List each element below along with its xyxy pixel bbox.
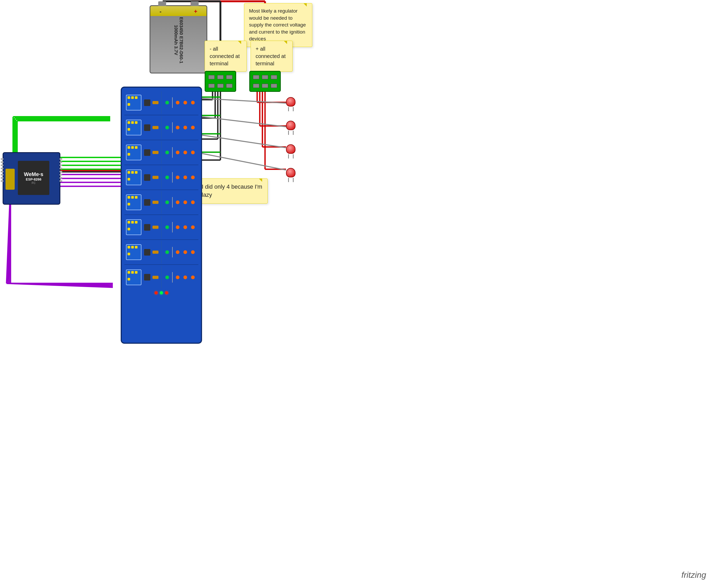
esp-model-label-2: ESP-8266: [24, 177, 43, 181]
relay-coil-pin: [135, 221, 138, 224]
svg-line-63: [202, 153, 286, 170]
relay-row-5: [124, 190, 198, 215]
esp-pin-right-4: [60, 168, 62, 169]
relay-coil-pin: [135, 171, 138, 174]
relay-right-7: [161, 241, 197, 264]
relay-coil-5: [126, 194, 142, 210]
relay-coil-8: [126, 270, 142, 285]
relay-coil-pin: [128, 146, 130, 149]
relay-led-green-1: [165, 101, 169, 104]
relay-left-2: [126, 120, 160, 135]
battery-body: - + E603450 E7B02-D60-1 1000mAh 3.7V: [150, 5, 207, 74]
relay-right-2: [161, 116, 197, 139]
relay-terminal-6a: [176, 225, 180, 229]
relay-transistor-4: [144, 174, 150, 181]
led-body-1: [286, 97, 295, 107]
svg-line-62: [202, 135, 286, 148]
power-led-green: [160, 291, 163, 294]
relay-row-7: [124, 240, 198, 265]
relay-coil-pin: [131, 196, 134, 198]
relay-terminal-1a: [176, 101, 180, 104]
battery-terminal-negative: [158, 1, 166, 6]
relay-coil-pin: [128, 196, 130, 198]
relay-transistor-7: [144, 249, 150, 256]
led-3: [286, 144, 295, 158]
relay-left-7: [126, 244, 160, 260]
relay-coil-pin: [135, 271, 138, 274]
terminal-pin: [217, 84, 224, 88]
esp-pin-right-6: [60, 174, 62, 175]
relay-coil-3: [126, 145, 142, 160]
svg-line-56: [8, 284, 113, 286]
esp-pin-left-3: [1, 165, 3, 166]
minus-terminal-note: - all connected at terminal: [205, 41, 247, 71]
terminal-pin: [253, 84, 259, 88]
terminal-pin: [271, 84, 277, 88]
relay-led-green-2: [165, 126, 169, 129]
relay-terminal-1c: [191, 101, 195, 104]
relay-terminal-6b: [184, 225, 187, 229]
led-1: [286, 97, 295, 110]
relay-coil-pin: [131, 146, 134, 149]
relay-left-1: [126, 95, 160, 110]
led-leg-2a: [288, 131, 289, 135]
relay-terminal-7a: [176, 250, 180, 254]
esp-pin-right-7: [60, 177, 62, 179]
esp-fc-label: FC: [24, 181, 43, 185]
relay-board: [121, 87, 202, 344]
relay-resistor-5: [152, 201, 159, 204]
relay-row-6: [124, 215, 198, 240]
esp8266-board: WeMe·s ESP-8266 FC: [3, 152, 60, 205]
relay-transistor-6: [144, 224, 150, 231]
esp-pin-right-5: [60, 171, 62, 172]
relay-led-green-8: [165, 275, 169, 279]
esp-pin-right-2: [60, 161, 62, 163]
led-leg-3a: [288, 154, 289, 159]
relay-terminal-2b: [184, 126, 187, 129]
led-legs-4: [286, 177, 295, 182]
relay-coil-2: [126, 120, 142, 135]
relay-led-green-5: [165, 201, 169, 204]
relay-resistor-8: [152, 276, 159, 279]
relay-terminal-4c: [191, 175, 195, 179]
led-4: [286, 168, 295, 181]
led-leg-2b: [293, 131, 294, 135]
terminal-pin: [208, 75, 215, 79]
led-leg-4b: [293, 178, 294, 182]
relay-terminal-3c: [191, 151, 195, 154]
relay-left-6: [126, 219, 160, 235]
relay-row-8: [124, 265, 198, 290]
relay-left-8: [126, 270, 160, 285]
relay-resistor-4: [152, 176, 159, 179]
fritzing-watermark: fritzing: [681, 569, 706, 580]
relay-terminal-3a: [176, 151, 180, 154]
relay-coil-1: [126, 95, 142, 110]
relay-left-5: [126, 194, 160, 210]
relay-resistor-6: [152, 226, 159, 229]
relay-coil-pin: [128, 246, 130, 249]
terminal-pin: [262, 75, 268, 79]
battery-terminal-positive: [191, 1, 198, 6]
relay-coil-pin: [128, 221, 130, 224]
relay-coil-pin: [128, 153, 130, 155]
esp-pin-left-4: [1, 168, 3, 169]
relay-right-6: [161, 216, 197, 238]
relay-right-5: [161, 191, 197, 214]
svg-line-61: [202, 117, 286, 127]
relay-coil-pin: [128, 228, 130, 230]
relay-coil-6: [126, 219, 142, 235]
relay-terminal-2c: [191, 126, 195, 129]
esp-pin-right-1: [60, 158, 62, 160]
led-body-2: [286, 121, 295, 130]
terminal-pin-row: [252, 75, 278, 80]
relay-terminal-3b: [184, 151, 187, 154]
relay-row-1: [124, 90, 198, 115]
led-leg-3b: [293, 154, 294, 159]
relay-terminal-6c: [191, 225, 195, 229]
power-led-red: [154, 291, 158, 294]
svg-line-60: [202, 98, 286, 103]
terminal-pin: [217, 75, 224, 79]
esp-pin-left-7: [1, 177, 3, 179]
terminal-pin: [271, 75, 277, 79]
esp-pins-left: [1, 158, 3, 182]
